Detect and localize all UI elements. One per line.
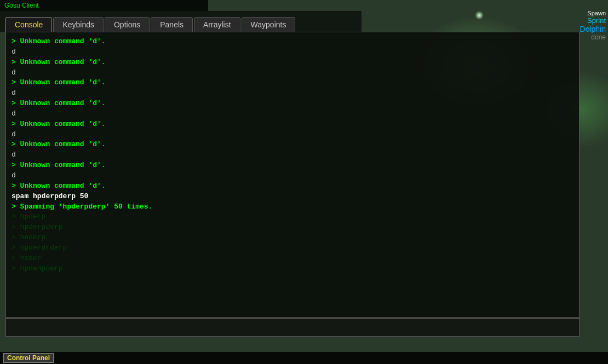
dolphin-label: Dolphin [580,25,606,33]
console-line: > Unknown command 'd'. [12,140,573,150]
console-line: > Unknown command 'd'. [12,181,573,192]
tab-panels[interactable]: Panels [151,17,193,32]
console-line: d [12,68,573,78]
spam-line: > hpderdrderp [12,243,573,253]
tab-console[interactable]: Console [5,17,52,32]
console-output: > Unknown command 'd'.d> Unknown command… [6,32,579,317]
tab-options[interactable]: Options [105,17,150,32]
spam-line: > hpdenpderp [12,264,573,274]
console-line: d [12,150,573,160]
spam-line: > heder [12,253,573,264]
spam-line: > hederp [12,233,573,243]
tab-arraylist[interactable]: Arraylist [194,17,240,32]
sprint-label: Sprint [580,16,606,25]
console-input[interactable] [10,323,575,332]
console-line: d [12,171,573,181]
console-line: d [12,130,573,140]
tabs-bar: ConsoleKeybindsOptionsPanelsArraylistWay… [0,11,362,32]
done-label: done [580,33,606,41]
console-line: d [12,88,573,99]
status-bar: Control Panel [0,352,608,364]
console-line: d [12,47,573,57]
spawn-label: Spawn [580,10,606,16]
console-line: > Unknown command 'd'. [12,119,573,130]
control-panel-label: Control Panel [3,353,54,363]
tab-keybinds[interactable]: Keybinds [53,17,104,32]
console-line: > Unknown command 'd'. [12,37,573,47]
top-right-labels: Spawn Sprint Dolphin done [580,10,608,41]
console-line: > Spamming 'hpderpderp' 50 times. [12,202,573,212]
console-line: > Unknown command 'd'. [12,57,573,68]
console-line: spam hpderpderp 50 [12,192,573,202]
spam-line: > hpderp [12,212,573,222]
console-line: > Unknown command 'd'. [12,160,573,171]
spam-line: > hpderpderp [12,222,573,233]
title-bar: Gosu Client [0,0,208,11]
console-input-area[interactable] [6,319,579,336]
title-text: Gosu Client [4,2,39,9]
console-line: d [12,109,573,119]
console-line: > Unknown command 'd'. [12,78,573,88]
tab-waypoints[interactable]: Waypoints [242,17,296,32]
console-panel: > Unknown command 'd'.d> Unknown command… [5,32,580,337]
console-line: > Unknown command 'd'. [12,99,573,109]
